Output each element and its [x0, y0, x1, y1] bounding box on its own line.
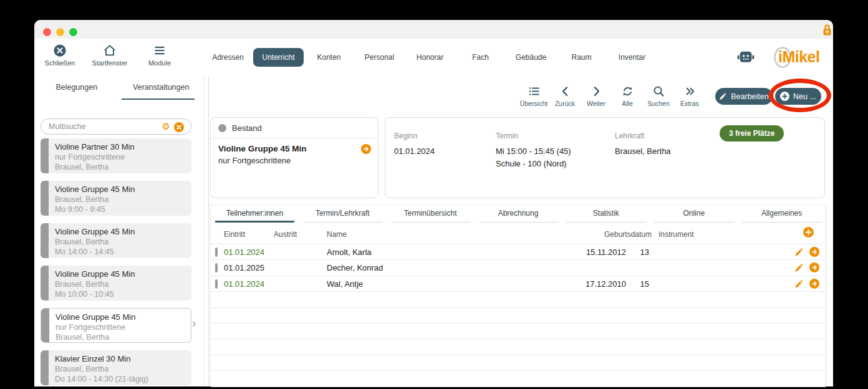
nav-personal[interactable]: Personal [354, 48, 405, 67]
extras-button[interactable]: Extras [674, 85, 705, 107]
nav-honorar[interactable]: Honorar [405, 48, 455, 67]
table-row-empty [211, 292, 826, 307]
open-row-icon[interactable] [809, 279, 819, 289]
multisearch-field[interactable]: ⚙ [41, 118, 191, 135]
edit-row-icon[interactable] [794, 247, 804, 257]
table-row-empty [211, 355, 826, 371]
zurueck-button[interactable]: Zurück [549, 85, 581, 107]
col-name: Name [327, 230, 347, 239]
list-item-line: Brausel, Bertha [55, 364, 188, 374]
close-circle-icon [53, 44, 67, 57]
nav-unterricht[interactable]: Unterricht [253, 48, 304, 67]
list-item-title: Klavier Einzel 30 Min [55, 354, 188, 364]
list-item[interactable]: Violine Gruppe 45 Min Brausel, Bertha Mo… [41, 181, 191, 216]
list-item-handle [41, 350, 49, 385]
tab-belegungen[interactable]: Belegungen [34, 76, 119, 100]
minimize-window-button[interactable] [56, 28, 64, 36]
startfenster-button[interactable]: Startfenster [85, 44, 135, 67]
weiter-button[interactable]: Weiter [581, 85, 612, 107]
edit-row-icon[interactable] [794, 263, 804, 272]
open-row-icon[interactable] [809, 247, 819, 257]
selected-item-chevron-icon[interactable]: › [192, 317, 196, 329]
list-item[interactable]: Violine Partner 30 Min nur Fortgeschritt… [41, 138, 191, 173]
schliessen-button[interactable]: Schließen [35, 44, 85, 67]
menu-icon [153, 44, 166, 57]
tab-teilnehmer[interactable]: Teilnehmer:innen [215, 206, 294, 223]
chevron-left-icon [559, 85, 572, 98]
cell-alter: 13 [637, 244, 649, 260]
zoom-window-button[interactable] [69, 28, 77, 36]
suchen-label: Suchen [647, 100, 670, 107]
nav-gebaeude[interactable]: Gebäude [506, 48, 556, 67]
table-row[interactable]: 01.01.2025 Decher, Konrad [211, 260, 826, 276]
cell-eintritt: 01.01.2025 [224, 260, 264, 276]
nav-raum[interactable]: Raum [556, 48, 607, 67]
tab-veranstaltungen[interactable]: Veranstaltungen [119, 76, 204, 100]
list-item-line: Brausel, Bertha [55, 162, 188, 172]
content-area: Belegungen Veranstaltungen ⚙ Violine Par… [34, 76, 833, 387]
edit-row-icon[interactable] [794, 279, 804, 289]
lock-x-icon [822, 24, 832, 36]
tab-abrechnung[interactable]: Abrechnung [479, 206, 558, 223]
list-item-title: Violine Gruppe 45 Min [55, 185, 188, 194]
list-item-line: Brausel, Bertha [55, 194, 188, 204]
tab-termin-lehrkraft[interactable]: Termin/Lehrkraft [303, 206, 382, 223]
alle-button[interactable]: Alle [612, 85, 643, 107]
bestand-subtitle: nur Fortgeschrittene [218, 156, 370, 165]
field-lehrkraft: Lehrkraft Brausel, Bertha [615, 132, 671, 158]
cell-alter: 15 [637, 276, 649, 292]
beginn-label: Beginn [394, 132, 435, 140]
detail-tabs-panel: Teilnehmer:innen Termin/Lehrkraft Termin… [210, 204, 826, 387]
add-row-icon[interactable] [803, 227, 814, 238]
list-item[interactable]: Klavier Einzel 30 Min Brausel, Bertha Do… [41, 350, 191, 385]
pencil-icon [719, 92, 727, 100]
goto-arrow-icon[interactable] [361, 144, 371, 154]
list-item[interactable]: Violine Gruppe 45 Min Brausel, Bertha Mo… [41, 223, 191, 258]
list-icon [528, 85, 541, 98]
cell-eintritt: 01.01.2024 [224, 244, 264, 260]
uebersicht-label: Übersicht [520, 100, 547, 107]
close-window-button[interactable] [43, 28, 51, 36]
list-item-line: Mo 14:00 - 14:45 [55, 247, 188, 257]
nav-konten[interactable]: Konten [304, 48, 354, 67]
suchen-button[interactable]: Suchen [643, 85, 674, 107]
bearbeiten-button[interactable]: Bearbeiten [715, 88, 773, 105]
list-item-selected[interactable]: Violine Gruppe 45 Min nur Fortgeschritte… [41, 308, 191, 343]
table-body: 01.01.2024 Arnolt, Karla 15.11.2012 13 [211, 244, 826, 387]
list-item-line: Mo 10:00 - 10:45 [55, 289, 188, 299]
startfenster-label: Startfenster [92, 59, 128, 67]
status-dot-icon [218, 124, 226, 132]
row-handle [215, 263, 218, 272]
list-item-handle [41, 266, 49, 300]
tab-online[interactable]: Online [654, 206, 733, 223]
search-clear-icon[interactable] [174, 122, 184, 132]
nav-fach[interactable]: Fach [455, 48, 506, 67]
nav-adressen[interactable]: Adressen [203, 48, 253, 67]
alle-label: Alle [622, 100, 633, 107]
cell-name: Arnolt, Karla [327, 244, 372, 260]
list-item-line: Mo 9:00 - 9:45 [55, 204, 188, 214]
module-button[interactable]: Module [135, 44, 185, 67]
uebersicht-button[interactable]: Übersicht [518, 85, 549, 107]
table-row[interactable]: 01.01.2024 Wal, Antje 17.12.2010 15 [211, 276, 826, 292]
list-item[interactable]: Violine Gruppe 45 Min Brausel, Bertha Mo… [41, 266, 191, 300]
tab-terminuebersicht[interactable]: Terminübersicht [391, 206, 470, 223]
tab-allgemeines[interactable]: Allgemeines [742, 206, 821, 223]
robot-assistant-icon[interactable] [737, 49, 755, 65]
list-item-line: Do 14:00 - 14:30 (21-tägig) [55, 374, 188, 384]
module-label: Module [148, 59, 171, 67]
open-row-icon[interactable] [809, 262, 819, 272]
bestand-header-label: Bestand [232, 123, 262, 133]
nav-inventar[interactable]: Inventar [607, 48, 657, 67]
detail-tabs: Teilnehmer:innen Termin/Lehrkraft Termin… [211, 206, 826, 223]
tab-statistik[interactable]: Statistik [566, 206, 645, 223]
list-item-line: nur Fortgeschrittene [55, 152, 188, 162]
list-item-title: Violine Gruppe 45 Min [55, 227, 188, 237]
search-gear-icon[interactable]: ⚙ [162, 121, 170, 132]
search-icon [652, 85, 665, 98]
col-instrument: Instrument [658, 230, 694, 239]
sidebar: Belegungen Veranstaltungen ⚙ Violine Par… [34, 76, 209, 387]
table-row[interactable]: 01.01.2024 Arnolt, Karla 15.11.2012 13 [211, 244, 826, 260]
neu-button[interactable]: Neu ... [775, 88, 821, 105]
field-termin: Termin Mi 15:00 - 15:45 (45) Schule - 10… [496, 132, 571, 170]
